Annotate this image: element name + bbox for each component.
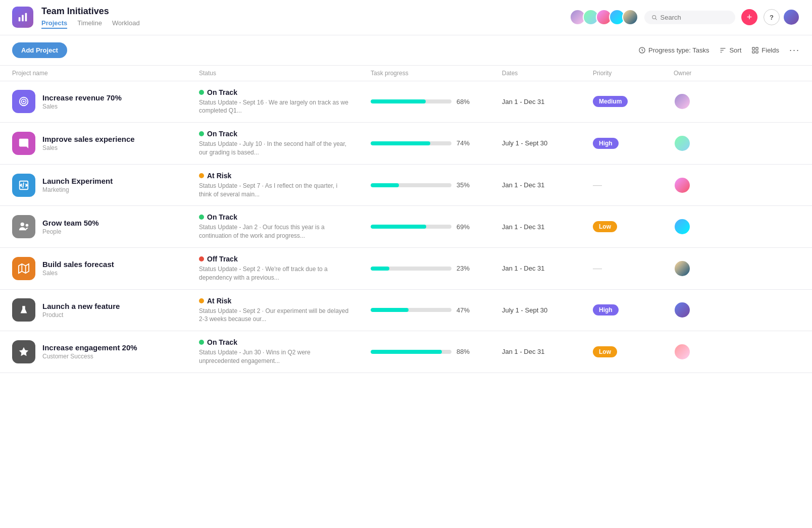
title-nav: Team Initiatives Projects Timeline Workl…: [41, 6, 562, 29]
status-label: Off Track: [199, 255, 371, 263]
progress-pct: 88%: [456, 348, 473, 355]
status-update: Status Update - July 10 · In the second …: [199, 140, 350, 157]
table-row[interactable]: Grow team 50% People On Track Status Upd…: [0, 206, 812, 248]
status-update: Status Update - Jun 30 · Wins in Q2 were…: [199, 348, 350, 365]
project-name: Grow team 50%: [42, 219, 99, 227]
status-label: At Risk: [199, 172, 371, 180]
help-button[interactable]: ?: [764, 9, 780, 25]
progress-bar-fill: [371, 141, 430, 145]
status-dot: [199, 256, 204, 261]
project-icon: [12, 298, 35, 322]
project-team: Sales: [42, 144, 135, 151]
svg-rect-2: [25, 13, 27, 22]
status-update: Status Update - Jan 2 · Our focus this y…: [199, 223, 350, 240]
status-label: On Track: [199, 213, 371, 221]
status-cell: On Track Status Update - Jan 2 · Our foc…: [199, 213, 371, 240]
progress-bar-bg: [371, 225, 451, 229]
col-project-name: Project name: [12, 70, 199, 77]
status-label: On Track: [199, 88, 371, 96]
owner-avatar: [674, 260, 691, 277]
owner-avatar: [674, 343, 691, 360]
progress-cell: 68%: [371, 98, 502, 105]
priority-badge: Low: [593, 346, 617, 357]
more-icon: ···: [789, 45, 800, 56]
dates-cell: July 1 - Sept 30: [502, 306, 593, 314]
progress-bar-bg: [371, 183, 451, 187]
header-right: + ?: [570, 9, 800, 26]
status-label: On Track: [199, 338, 371, 346]
status-update: Status Update - Sept 16 · We are largely…: [199, 98, 350, 116]
add-button[interactable]: +: [741, 9, 757, 25]
sort-icon: [719, 46, 727, 54]
project-info: Launch a new feature Product: [42, 302, 120, 319]
status-update: Status Update - Sept 7 · As I reflect on…: [199, 182, 350, 199]
priority-none: —: [593, 263, 603, 273]
toolbar-right: Progress type: Tasks Sort Fields ···: [638, 45, 800, 56]
status-text: Off Track: [207, 255, 238, 263]
project-team: Product: [42, 311, 120, 319]
svg-rect-1: [22, 15, 24, 22]
project-icon: [12, 257, 35, 280]
avatar: [622, 9, 638, 25]
table-row[interactable]: Build sales forecast Sales Off Track Sta…: [0, 248, 812, 290]
svg-rect-9: [752, 47, 754, 49]
priority-none: —: [593, 180, 603, 190]
project-team: Marketing: [42, 186, 113, 193]
progress-pct: 35%: [456, 181, 473, 189]
col-dates: Dates: [502, 70, 593, 77]
project-name: Launch a new feature: [42, 302, 120, 310]
status-text: On Track: [207, 338, 237, 346]
search-input[interactable]: [661, 14, 729, 21]
app-header: Team Initiatives Projects Timeline Workl…: [0, 0, 812, 35]
priority-badge: Low: [593, 221, 617, 232]
project-info: Increase engagement 20% Customer Success: [42, 343, 137, 360]
svg-rect-0: [19, 17, 21, 21]
status-update: Status Update - Sept 2 · We're off track…: [199, 265, 350, 282]
owner-cell: [674, 301, 724, 319]
team-avatars: [570, 9, 638, 25]
col-priority: Priority: [593, 70, 674, 77]
fields-action[interactable]: Fields: [751, 46, 779, 54]
priority-cell: Low: [593, 221, 674, 232]
toolbar: Add Project Progress type: Tasks Sort Fi…: [0, 35, 812, 66]
table-row[interactable]: Improve sales experience Sales On Track …: [0, 123, 812, 165]
dates-cell: Jan 1 - Dec 31: [502, 223, 593, 231]
col-task-progress: Task progress: [371, 70, 502, 77]
progress-cell: 69%: [371, 223, 502, 231]
project-info: Build sales forecast Sales: [42, 260, 114, 277]
owner-avatar: [674, 218, 691, 235]
sort-action[interactable]: Sort: [719, 46, 741, 54]
svg-point-19: [26, 224, 28, 227]
more-options-button[interactable]: ···: [789, 45, 800, 56]
progress-type-action[interactable]: Progress type: Tasks: [638, 46, 709, 54]
owner-avatar: [674, 301, 691, 319]
status-dot: [199, 340, 204, 345]
priority-cell: Medium: [593, 96, 674, 107]
svg-rect-11: [752, 50, 754, 52]
project-name: Build sales forecast: [42, 260, 114, 269]
svg-marker-20: [19, 264, 29, 273]
tab-timeline[interactable]: Timeline: [77, 19, 102, 29]
owner-avatar: [674, 177, 691, 194]
add-project-button[interactable]: Add Project: [12, 42, 67, 58]
progress-type-icon: [638, 46, 646, 54]
search-box[interactable]: [644, 11, 735, 24]
progress-cell: 74%: [371, 139, 502, 147]
table-row[interactable]: Increase engagement 20% Customer Success…: [0, 331, 812, 373]
table-body: Increase revenue 70% Sales On Track Stat…: [0, 81, 812, 373]
progress-bar-fill: [371, 308, 409, 312]
svg-line-17: [23, 182, 24, 188]
tab-workload[interactable]: Workload: [112, 19, 140, 29]
progress-pct: 23%: [456, 265, 473, 272]
svg-point-3: [652, 15, 656, 19]
tab-projects[interactable]: Projects: [41, 19, 67, 29]
project-cell: Launch Experiment Marketing: [12, 174, 199, 197]
user-avatar[interactable]: [783, 9, 800, 26]
table-row[interactable]: Increase revenue 70% Sales On Track Stat…: [0, 81, 812, 123]
table-row[interactable]: Launch a new feature Product At Risk Sta…: [0, 290, 812, 332]
project-info: Increase revenue 70% Sales: [42, 93, 122, 110]
project-name: Launch Experiment: [42, 177, 113, 185]
dates-cell: Jan 1 - Dec 31: [502, 181, 593, 189]
status-text: At Risk: [207, 172, 231, 180]
table-row[interactable]: Launch Experiment Marketing At Risk Stat…: [0, 165, 812, 206]
